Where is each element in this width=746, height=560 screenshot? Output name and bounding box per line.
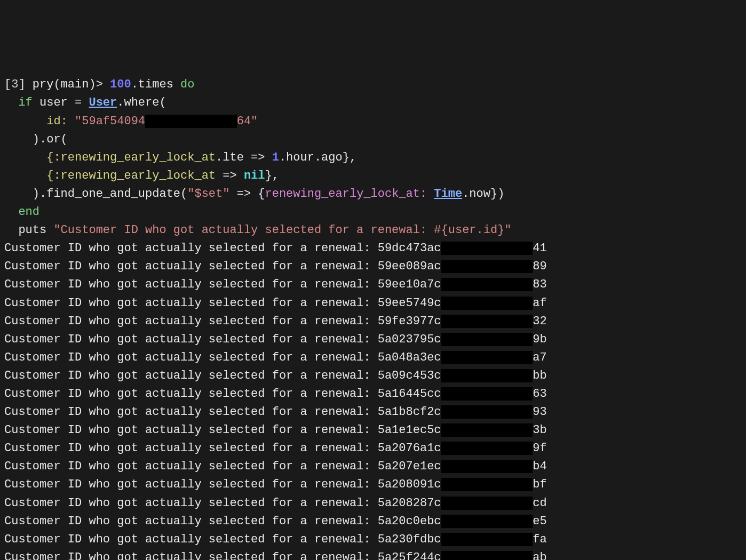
redacted-segment: XXXXXXXXXXXXX [441,278,533,291]
code-now-close: .now}) [462,187,504,201]
code-if: if [18,96,32,109]
output-line: Customer ID who got actually selected fo… [4,405,547,419]
output-block: Customer ID who got actually selected fo… [4,239,742,560]
code-where: .where( [117,96,166,109]
code-id-val-post: 64" [237,115,258,128]
output-line: Customer ID who got actually selected fo… [4,387,547,401]
output-id-pre: 59ee10a7c [378,278,441,291]
output-line: Customer ID who got actually selected fo… [4,460,547,473]
output-line: Customer ID who got actually selected fo… [4,478,547,491]
code-sym2: {:renewing_early_lock_at [46,169,216,182]
code-nil: nil [244,169,265,182]
redacted-segment: XXXXXXXXXXXXX [441,315,533,328]
redacted-segment: XXXXXXXXXXXXX [441,423,533,437]
output-id-post: 63 [533,387,546,401]
output-id-pre: 5a048a3ec [378,351,441,364]
redacted-segment: XXXXXXXXXXXXX [441,369,533,382]
output-id-post: 9f [533,442,546,455]
output-line: Customer ID who got actually selected fo… [4,497,547,510]
redacted-segment: XXXXXXXXXXXXX [441,478,533,491]
prompt-open-bracket: [ [4,78,11,91]
code-dollar-set: "$set" [187,187,229,201]
output-id-pre: 5a230fdbc [378,533,441,546]
code-id-key: id: [46,115,68,128]
prompt-history-num: 3 [11,78,18,91]
output-line: Customer ID who got actually selected fo… [4,242,547,255]
redacted-segment: XXXXXXXXXXXXX [441,405,533,419]
prompt-close: ] pry(main)> [18,78,110,91]
output-id-pre: 59dc473ac [378,242,441,255]
output-id-pre: 5a25f244c [378,551,441,560]
redacted-segment: XXXXXXXXXXXXX [441,387,533,401]
output-id-post: 83 [533,278,546,291]
output-id-pre: 5a1e1ec5c [378,423,441,437]
output-line: Customer ID who got actually selected fo… [4,333,547,346]
code-lte: .lte => [216,151,272,164]
code-or: ).or( [4,133,68,146]
redacted-segment: XXXXXXXXXXXXX [441,533,533,546]
code-arrow-nil: => [216,169,244,182]
output-line: Customer ID who got actually selected fo… [4,315,547,328]
code-puts-string: "Customer ID who got actually selected f… [46,223,511,237]
output-line: Customer ID who got actually selected fo… [4,533,547,546]
output-id-post: fa [533,533,546,546]
code-sym1: {:renewing_early_lock_at [46,151,216,164]
code-user-class: User [89,96,117,109]
redacted-segment: XXXXXXXXXXXXX [441,297,533,310]
output-id-post: bb [533,369,546,382]
output-id-post: 3b [533,423,546,437]
output-id-post: e5 [533,515,546,528]
output-id-post: 32 [533,315,546,328]
output-line: Customer ID who got actually selected fo… [4,515,547,528]
code-foau-open: ).find_one_and_update( [4,187,187,201]
prompt-line: [3] pry(main)> 100.times do [4,78,194,91]
code-space [427,187,434,201]
redacted-id: XXXXXXXXXXXXX [145,115,237,128]
output-id-pre: 5a023795c [378,333,441,346]
output-id-post: ab [533,551,546,560]
output-id-post: 93 [533,405,546,419]
output-line: Customer ID who got actually selected fo… [4,369,547,382]
output-id-post: 41 [533,242,546,255]
code-puts: puts [18,223,46,237]
code-close-brace: }, [265,169,279,182]
code-hashkey: renewing_early_lock_at: [265,187,427,201]
redacted-segment: XXXXXXXXXXXXX [441,351,533,364]
redacted-segment: XXXXXXXXXXXXX [441,333,533,346]
output-id-pre: 5a16445cc [378,387,441,401]
output-id-pre: 59ee5749c [378,297,441,310]
redacted-segment: XXXXXXXXXXXXX [441,515,533,528]
output-line: Customer ID who got actually selected fo… [4,278,547,291]
code-time-class: Time [434,187,462,201]
output-line: Customer ID who got actually selected fo… [4,260,547,273]
code-times: .times [131,78,180,91]
output-id-post: a7 [533,351,546,364]
code-arrow: => { [229,187,265,201]
redacted-segment: XXXXXXXXXXXXX [441,497,533,510]
output-line: Customer ID who got actually selected fo… [4,423,547,437]
code-do: do [180,78,194,91]
output-id-pre: 5a207e1ec [378,460,441,473]
output-id-post: af [533,297,546,310]
code-end: end [18,205,39,219]
output-id-pre: 5a20c0ebc [378,515,441,528]
code-int-100: 100 [110,78,131,91]
output-id-pre: 5a208091c [378,478,441,491]
output-id-pre: 59ee089ac [378,260,441,273]
output-line: Customer ID who got actually selected fo… [4,551,547,560]
output-id-post: 9b [533,333,546,346]
output-id-post: cd [533,497,546,510]
redacted-segment: XXXXXXXXXXXXX [441,442,533,455]
output-id-post: bf [533,478,546,491]
output-id-pre: 5a09c453c [378,369,441,382]
redacted-segment: XXXXXXXXXXXXX [441,242,533,255]
output-id-pre: 5a1b8cf2c [378,405,441,419]
output-line: Customer ID who got actually selected fo… [4,297,547,310]
output-id-pre: 5a208287c [378,497,441,510]
redacted-segment: XXXXXXXXXXXXX [441,460,533,473]
terminal[interactable]: [3] pry(main)> 100.times do if user = Us… [4,76,742,560]
code-int-1: 1 [272,151,279,164]
redacted-segment: XXXXXXXXXXXXX [441,260,533,273]
output-id-pre: 59fe3977c [378,315,441,328]
code-hour-ago: .hour.ago}, [279,151,356,164]
